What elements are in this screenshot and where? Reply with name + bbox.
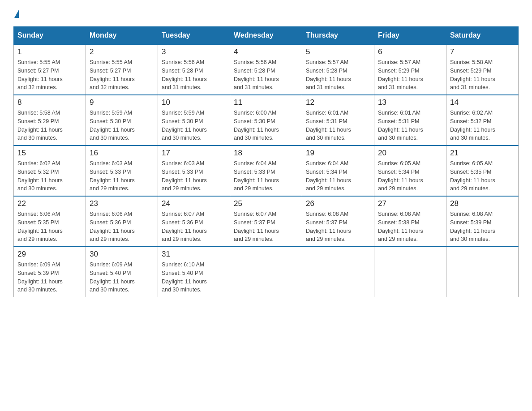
day-number: 3 xyxy=(162,47,226,56)
day-number: 9 xyxy=(90,98,154,107)
day-number: 1 xyxy=(17,47,82,56)
calendar-cell xyxy=(230,247,302,297)
calendar-cell: 20Sunrise: 6:05 AMSunset: 5:34 PMDayligh… xyxy=(374,146,446,196)
calendar-cell: 27Sunrise: 6:08 AMSunset: 5:38 PMDayligh… xyxy=(374,196,446,247)
day-number: 20 xyxy=(378,149,442,158)
calendar-cell: 3Sunrise: 5:56 AMSunset: 5:28 PMDaylight… xyxy=(158,44,230,95)
calendar-cell: 26Sunrise: 6:08 AMSunset: 5:37 PMDayligh… xyxy=(302,196,374,247)
day-number: 21 xyxy=(450,149,515,158)
calendar-cell: 9Sunrise: 5:59 AMSunset: 5:30 PMDaylight… xyxy=(86,95,158,146)
day-header-monday: Monday xyxy=(86,27,158,45)
day-number: 5 xyxy=(306,47,370,56)
day-info: Sunrise: 6:07 AMSunset: 5:37 PMDaylight:… xyxy=(234,210,298,244)
calendar-cell: 24Sunrise: 6:07 AMSunset: 5:36 PMDayligh… xyxy=(158,196,230,247)
calendar-cell: 6Sunrise: 5:57 AMSunset: 5:29 PMDaylight… xyxy=(374,44,446,95)
calendar-cell: 1Sunrise: 5:55 AMSunset: 5:27 PMDaylight… xyxy=(14,44,86,95)
day-number: 14 xyxy=(450,98,515,107)
day-number: 23 xyxy=(90,199,154,208)
calendar-cell: 7Sunrise: 5:58 AMSunset: 5:29 PMDaylight… xyxy=(446,44,519,95)
day-info: Sunrise: 6:01 AMSunset: 5:31 PMDaylight:… xyxy=(306,109,370,142)
day-number: 19 xyxy=(306,149,370,158)
calendar-cell: 21Sunrise: 6:05 AMSunset: 5:35 PMDayligh… xyxy=(446,146,519,196)
calendar-cell xyxy=(374,247,446,297)
week-row-1: 1Sunrise: 5:55 AMSunset: 5:27 PMDaylight… xyxy=(14,44,519,95)
day-number: 13 xyxy=(378,98,442,107)
day-info: Sunrise: 5:59 AMSunset: 5:30 PMDaylight:… xyxy=(90,109,154,142)
day-info: Sunrise: 6:04 AMSunset: 5:34 PMDaylight:… xyxy=(306,159,370,193)
calendar-cell: 4Sunrise: 5:56 AMSunset: 5:28 PMDaylight… xyxy=(230,44,302,95)
day-header-sunday: Sunday xyxy=(14,27,86,45)
day-info: Sunrise: 6:10 AMSunset: 5:40 PMDaylight:… xyxy=(162,261,226,294)
day-info: Sunrise: 5:57 AMSunset: 5:28 PMDaylight:… xyxy=(306,58,370,92)
day-number: 26 xyxy=(306,199,370,208)
day-number: 30 xyxy=(90,250,154,259)
day-number: 24 xyxy=(162,199,226,208)
day-info: Sunrise: 5:58 AMSunset: 5:29 PMDaylight:… xyxy=(450,58,515,92)
calendar-cell: 8Sunrise: 5:58 AMSunset: 5:29 PMDaylight… xyxy=(14,95,86,146)
day-number: 4 xyxy=(234,47,298,56)
day-number: 8 xyxy=(17,98,82,107)
day-number: 27 xyxy=(378,199,442,208)
day-number: 28 xyxy=(450,199,515,208)
day-info: Sunrise: 6:08 AMSunset: 5:38 PMDaylight:… xyxy=(378,210,442,244)
day-info: Sunrise: 6:04 AMSunset: 5:33 PMDaylight:… xyxy=(234,159,298,193)
calendar-cell: 19Sunrise: 6:04 AMSunset: 5:34 PMDayligh… xyxy=(302,146,374,196)
calendar-cell: 5Sunrise: 5:57 AMSunset: 5:28 PMDaylight… xyxy=(302,44,374,95)
day-header-tuesday: Tuesday xyxy=(158,27,230,45)
calendar-cell: 16Sunrise: 6:03 AMSunset: 5:33 PMDayligh… xyxy=(86,146,158,196)
calendar-cell xyxy=(302,247,374,297)
calendar-cell: 17Sunrise: 6:03 AMSunset: 5:33 PMDayligh… xyxy=(158,146,230,196)
day-info: Sunrise: 6:03 AMSunset: 5:33 PMDaylight:… xyxy=(90,159,154,193)
calendar-cell: 31Sunrise: 6:10 AMSunset: 5:40 PMDayligh… xyxy=(158,247,230,297)
day-number: 25 xyxy=(234,199,298,208)
day-info: Sunrise: 5:56 AMSunset: 5:28 PMDaylight:… xyxy=(162,58,226,92)
calendar-cell: 25Sunrise: 6:07 AMSunset: 5:37 PMDayligh… xyxy=(230,196,302,247)
day-info: Sunrise: 6:01 AMSunset: 5:31 PMDaylight:… xyxy=(378,109,442,142)
day-number: 15 xyxy=(17,149,82,158)
day-info: Sunrise: 6:08 AMSunset: 5:37 PMDaylight:… xyxy=(306,210,370,244)
day-info: Sunrise: 6:05 AMSunset: 5:34 PMDaylight:… xyxy=(378,159,442,193)
calendar-cell xyxy=(446,247,519,297)
day-info: Sunrise: 6:05 AMSunset: 5:35 PMDaylight:… xyxy=(450,159,515,193)
day-number: 17 xyxy=(162,149,226,158)
day-number: 31 xyxy=(162,250,226,259)
day-info: Sunrise: 6:08 AMSunset: 5:39 PMDaylight:… xyxy=(450,210,515,244)
day-info: Sunrise: 5:57 AMSunset: 5:29 PMDaylight:… xyxy=(378,58,442,92)
day-number: 6 xyxy=(378,47,442,56)
page-header xyxy=(13,9,519,19)
day-info: Sunrise: 6:03 AMSunset: 5:33 PMDaylight:… xyxy=(162,159,226,193)
week-row-5: 29Sunrise: 6:09 AMSunset: 5:39 PMDayligh… xyxy=(14,247,519,297)
day-info: Sunrise: 6:06 AMSunset: 5:36 PMDaylight:… xyxy=(90,210,154,244)
day-header-friday: Friday xyxy=(374,27,446,45)
day-info: Sunrise: 6:09 AMSunset: 5:39 PMDaylight:… xyxy=(17,261,82,294)
calendar-cell: 28Sunrise: 6:08 AMSunset: 5:39 PMDayligh… xyxy=(446,196,519,247)
day-info: Sunrise: 5:56 AMSunset: 5:28 PMDaylight:… xyxy=(234,58,298,92)
calendar-cell: 13Sunrise: 6:01 AMSunset: 5:31 PMDayligh… xyxy=(374,95,446,146)
calendar-table: SundayMondayTuesdayWednesdayThursdayFrid… xyxy=(13,26,519,297)
week-row-3: 15Sunrise: 6:02 AMSunset: 5:32 PMDayligh… xyxy=(14,146,519,196)
day-number: 2 xyxy=(90,47,154,56)
logo xyxy=(13,9,19,19)
day-number: 29 xyxy=(17,250,82,259)
day-info: Sunrise: 5:58 AMSunset: 5:29 PMDaylight:… xyxy=(17,109,82,142)
day-number: 22 xyxy=(17,199,82,208)
day-info: Sunrise: 6:07 AMSunset: 5:36 PMDaylight:… xyxy=(162,210,226,244)
calendar-cell: 15Sunrise: 6:02 AMSunset: 5:32 PMDayligh… xyxy=(14,146,86,196)
calendar-cell: 18Sunrise: 6:04 AMSunset: 5:33 PMDayligh… xyxy=(230,146,302,196)
day-number: 16 xyxy=(90,149,154,158)
day-info: Sunrise: 5:55 AMSunset: 5:27 PMDaylight:… xyxy=(90,58,154,92)
day-info: Sunrise: 5:55 AMSunset: 5:27 PMDaylight:… xyxy=(17,58,82,92)
calendar-cell: 22Sunrise: 6:06 AMSunset: 5:35 PMDayligh… xyxy=(14,196,86,247)
day-number: 12 xyxy=(306,98,370,107)
day-number: 10 xyxy=(162,98,226,107)
calendar-cell: 29Sunrise: 6:09 AMSunset: 5:39 PMDayligh… xyxy=(14,247,86,297)
day-info: Sunrise: 6:09 AMSunset: 5:40 PMDaylight:… xyxy=(90,261,154,294)
day-header-saturday: Saturday xyxy=(446,27,519,45)
calendar-cell: 14Sunrise: 6:02 AMSunset: 5:32 PMDayligh… xyxy=(446,95,519,146)
week-row-4: 22Sunrise: 6:06 AMSunset: 5:35 PMDayligh… xyxy=(14,196,519,247)
calendar-cell: 30Sunrise: 6:09 AMSunset: 5:40 PMDayligh… xyxy=(86,247,158,297)
day-header-wednesday: Wednesday xyxy=(230,27,302,45)
calendar-cell: 23Sunrise: 6:06 AMSunset: 5:36 PMDayligh… xyxy=(86,196,158,247)
week-row-2: 8Sunrise: 5:58 AMSunset: 5:29 PMDaylight… xyxy=(14,95,519,146)
day-header-thursday: Thursday xyxy=(302,27,374,45)
